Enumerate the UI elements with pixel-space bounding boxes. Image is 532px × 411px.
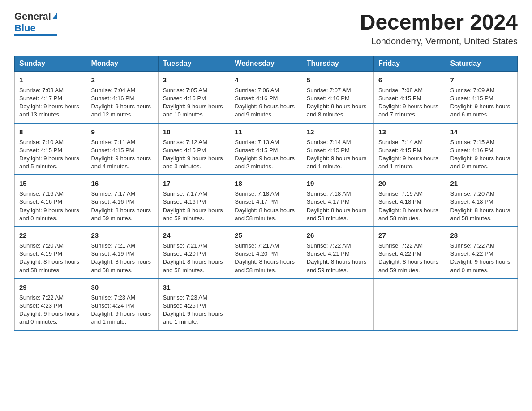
table-row: 7Sunrise: 7:09 AMSunset: 4:15 PMDaylight… (446, 71, 517, 123)
day-number: 25 (235, 231, 297, 240)
day-info: Sunrise: 7:11 AMSunset: 4:15 PMDaylight:… (91, 138, 153, 171)
logo-general-text: General (14, 11, 51, 22)
day-info: Sunrise: 7:21 AMSunset: 4:20 PMDaylight:… (163, 242, 225, 274)
table-row: 19Sunrise: 7:18 AMSunset: 4:17 PMDayligh… (302, 175, 373, 227)
table-row: 1Sunrise: 7:03 AMSunset: 4:17 PMDaylight… (15, 71, 86, 123)
col-monday: Monday (86, 56, 158, 71)
day-number: 31 (163, 283, 225, 292)
day-number: 3 (163, 75, 225, 85)
day-info: Sunrise: 7:21 AMSunset: 4:19 PMDaylight:… (91, 242, 153, 274)
calendar-week-row: 8Sunrise: 7:10 AMSunset: 4:15 PMDaylight… (15, 123, 518, 175)
day-number: 4 (235, 75, 297, 85)
table-row: 9Sunrise: 7:11 AMSunset: 4:15 PMDaylight… (86, 123, 158, 175)
day-number: 12 (307, 127, 369, 137)
day-number: 7 (450, 75, 513, 85)
page-subtitle: Londonderry, Vermont, United States (360, 36, 518, 47)
table-row: 18Sunrise: 7:18 AMSunset: 4:17 PMDayligh… (230, 175, 302, 227)
table-row: 2Sunrise: 7:04 AMSunset: 4:16 PMDaylight… (86, 71, 158, 123)
table-row: 22Sunrise: 7:20 AMSunset: 4:19 PMDayligh… (15, 227, 86, 278)
calendar-week-row: 29Sunrise: 7:22 AMSunset: 4:23 PMDayligh… (15, 278, 518, 330)
day-info: Sunrise: 7:07 AMSunset: 4:16 PMDaylight:… (307, 86, 369, 119)
day-number: 21 (450, 179, 513, 188)
col-friday: Friday (374, 56, 446, 71)
day-info: Sunrise: 7:22 AMSunset: 4:23 PMDaylight:… (19, 294, 82, 326)
logo-arrow-icon (52, 12, 57, 19)
day-number: 10 (163, 127, 225, 137)
day-info: Sunrise: 7:14 AMSunset: 4:15 PMDaylight:… (307, 138, 369, 171)
table-row (302, 278, 373, 330)
day-number: 23 (91, 231, 153, 240)
day-info: Sunrise: 7:10 AMSunset: 4:15 PMDaylight:… (19, 138, 82, 171)
table-row: 24Sunrise: 7:21 AMSunset: 4:20 PMDayligh… (158, 227, 230, 278)
day-number: 19 (307, 179, 369, 188)
day-number: 28 (450, 231, 513, 240)
day-info: Sunrise: 7:13 AMSunset: 4:15 PMDaylight:… (235, 138, 297, 171)
day-info: Sunrise: 7:12 AMSunset: 4:15 PMDaylight:… (163, 138, 225, 171)
day-info: Sunrise: 7:22 AMSunset: 4:22 PMDaylight:… (450, 242, 513, 274)
day-info: Sunrise: 7:20 AMSunset: 4:19 PMDaylight:… (19, 242, 82, 274)
table-row: 16Sunrise: 7:17 AMSunset: 4:16 PMDayligh… (86, 175, 158, 227)
table-row (374, 278, 446, 330)
table-row: 12Sunrise: 7:14 AMSunset: 4:15 PMDayligh… (302, 123, 373, 175)
day-info: Sunrise: 7:22 AMSunset: 4:22 PMDaylight:… (378, 242, 441, 274)
table-row: 25Sunrise: 7:21 AMSunset: 4:20 PMDayligh… (230, 227, 302, 278)
table-row: 8Sunrise: 7:10 AMSunset: 4:15 PMDaylight… (15, 123, 86, 175)
day-info: Sunrise: 7:18 AMSunset: 4:17 PMDaylight:… (307, 190, 369, 223)
day-info: Sunrise: 7:15 AMSunset: 4:16 PMDaylight:… (450, 138, 513, 171)
day-info: Sunrise: 7:04 AMSunset: 4:16 PMDaylight:… (91, 86, 153, 119)
table-row: 4Sunrise: 7:06 AMSunset: 4:16 PMDaylight… (230, 71, 302, 123)
day-info: Sunrise: 7:20 AMSunset: 4:18 PMDaylight:… (450, 190, 513, 223)
table-row: 14Sunrise: 7:15 AMSunset: 4:16 PMDayligh… (446, 123, 517, 175)
table-row: 15Sunrise: 7:16 AMSunset: 4:16 PMDayligh… (15, 175, 86, 227)
table-row (446, 278, 517, 330)
day-number: 8 (19, 127, 82, 137)
day-info: Sunrise: 7:23 AMSunset: 4:24 PMDaylight:… (91, 294, 153, 326)
day-number: 13 (378, 127, 441, 137)
day-info: Sunrise: 7:21 AMSunset: 4:20 PMDaylight:… (235, 242, 297, 274)
table-row: 26Sunrise: 7:22 AMSunset: 4:21 PMDayligh… (302, 227, 373, 278)
table-row: 17Sunrise: 7:17 AMSunset: 4:16 PMDayligh… (158, 175, 230, 227)
col-saturday: Saturday (446, 56, 517, 71)
day-info: Sunrise: 7:16 AMSunset: 4:16 PMDaylight:… (19, 190, 82, 223)
day-info: Sunrise: 7:05 AMSunset: 4:16 PMDaylight:… (163, 86, 225, 119)
day-info: Sunrise: 7:03 AMSunset: 4:17 PMDaylight:… (19, 86, 82, 119)
table-row (230, 278, 302, 330)
table-row: 28Sunrise: 7:22 AMSunset: 4:22 PMDayligh… (446, 227, 517, 278)
day-number: 26 (307, 231, 369, 240)
day-number: 22 (19, 231, 82, 240)
day-number: 20 (378, 179, 441, 188)
day-number: 27 (378, 231, 441, 240)
calendar-table: Sunday Monday Tuesday Wednesday Thursday… (14, 56, 518, 331)
day-info: Sunrise: 7:18 AMSunset: 4:17 PMDaylight:… (235, 190, 297, 223)
day-number: 16 (91, 179, 153, 188)
day-number: 11 (235, 127, 297, 137)
logo-blue-text: Blue (14, 22, 36, 34)
table-row: 29Sunrise: 7:22 AMSunset: 4:23 PMDayligh… (15, 278, 86, 330)
day-number: 30 (91, 283, 153, 292)
table-row: 31Sunrise: 7:23 AMSunset: 4:25 PMDayligh… (158, 278, 230, 330)
day-number: 6 (378, 75, 441, 85)
table-row: 30Sunrise: 7:23 AMSunset: 4:24 PMDayligh… (86, 278, 158, 330)
col-sunday: Sunday (15, 56, 86, 71)
day-info: Sunrise: 7:09 AMSunset: 4:15 PMDaylight:… (450, 86, 513, 119)
col-thursday: Thursday (302, 56, 373, 71)
day-number: 9 (91, 127, 153, 137)
day-info: Sunrise: 7:17 AMSunset: 4:16 PMDaylight:… (91, 190, 153, 223)
day-number: 18 (235, 179, 297, 188)
table-row: 20Sunrise: 7:19 AMSunset: 4:18 PMDayligh… (374, 175, 446, 227)
title-block: December 2024 Londonderry, Vermont, Unit… (360, 11, 518, 47)
logo-underline (14, 34, 57, 36)
calendar-week-row: 15Sunrise: 7:16 AMSunset: 4:16 PMDayligh… (15, 175, 518, 227)
table-row: 23Sunrise: 7:21 AMSunset: 4:19 PMDayligh… (86, 227, 158, 278)
day-number: 17 (163, 179, 225, 188)
day-info: Sunrise: 7:23 AMSunset: 4:25 PMDaylight:… (163, 294, 225, 326)
table-row: 3Sunrise: 7:05 AMSunset: 4:16 PMDaylight… (158, 71, 230, 123)
table-row: 5Sunrise: 7:07 AMSunset: 4:16 PMDaylight… (302, 71, 373, 123)
day-info: Sunrise: 7:22 AMSunset: 4:21 PMDaylight:… (307, 242, 369, 274)
table-row: 10Sunrise: 7:12 AMSunset: 4:15 PMDayligh… (158, 123, 230, 175)
col-tuesday: Tuesday (158, 56, 230, 71)
table-row: 13Sunrise: 7:14 AMSunset: 4:15 PMDayligh… (374, 123, 446, 175)
day-number: 5 (307, 75, 369, 85)
table-row: 11Sunrise: 7:13 AMSunset: 4:15 PMDayligh… (230, 123, 302, 175)
day-number: 14 (450, 127, 513, 137)
